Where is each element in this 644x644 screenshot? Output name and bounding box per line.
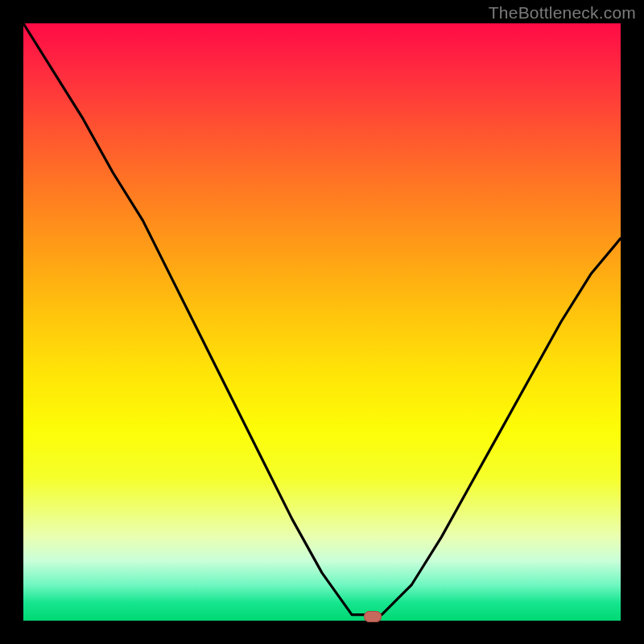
chart-frame: TheBottleneck.com [0, 0, 644, 644]
bottleneck-curve [23, 23, 621, 621]
watermark-text: TheBottleneck.com [489, 3, 636, 23]
curve-path [23, 23, 621, 615]
plot-area [23, 23, 621, 621]
optimum-marker [364, 611, 382, 622]
